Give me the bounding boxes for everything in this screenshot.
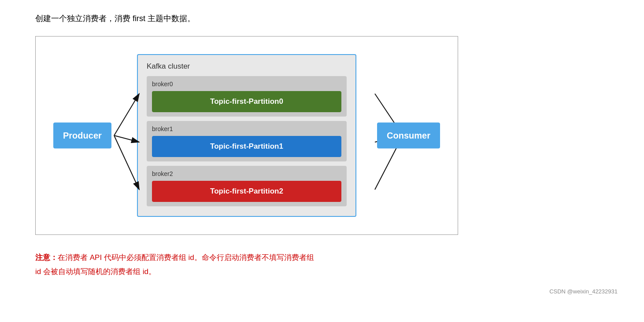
- note-text1: 在消费者 API 代码中必须配置消费者组 id。命令行启动消费者不填写消费者组: [58, 253, 314, 262]
- note-text2: id 会被自动填写随机的消费者组 id。: [35, 267, 156, 276]
- producer-label: Producer: [63, 131, 102, 140]
- consumer-label: Consumer: [387, 131, 430, 140]
- partition0-box: Topic-first-Partition0: [152, 91, 341, 112]
- broker2-box: broker2 Topic-first-Partition2: [147, 166, 347, 206]
- svg-line-3: [114, 135, 139, 190]
- note-bold-label: 注意：: [35, 253, 58, 262]
- svg-line-1: [114, 94, 139, 135]
- broker1-box: broker1 Topic-first-Partition1: [147, 121, 347, 161]
- kafka-cluster-box: Kafka cluster broker0 Topic-first-Partit…: [137, 54, 356, 217]
- intro-text: 创建一个独立消费者，消费 first 主题中数据。: [35, 13, 618, 24]
- note-section: 注意：在消费者 API 代码中必须配置消费者组 id。命令行启动消费者不填写消费…: [35, 251, 618, 279]
- broker2-label: broker2: [152, 170, 341, 177]
- broker0-box: broker0 Topic-first-Partition0: [147, 76, 347, 117]
- broker1-label: broker1: [152, 125, 341, 132]
- kafka-cluster-label: Kafka cluster: [147, 62, 347, 71]
- svg-line-2: [114, 135, 139, 142]
- producer-box: Producer: [53, 123, 111, 149]
- partition1-box: Topic-first-Partition1: [152, 136, 341, 157]
- partition2-box: Topic-first-Partition2: [152, 181, 341, 202]
- diagram-wrapper: Producer Kafka cluster broker0 Topic-fir…: [35, 36, 458, 235]
- consumer-box: Consumer: [377, 123, 440, 149]
- watermark: CSDN @weixin_42232931: [35, 288, 618, 295]
- broker0-label: broker0: [152, 80, 341, 88]
